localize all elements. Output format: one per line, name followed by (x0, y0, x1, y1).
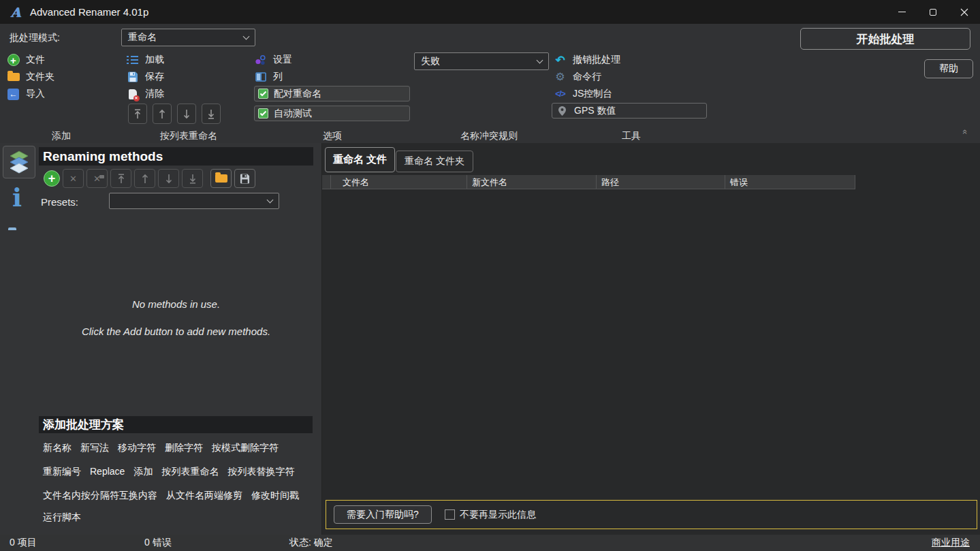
title-bar: A Advanced Renamer 4.01p (0, 0, 980, 24)
settings-button[interactable]: 设置 (254, 52, 292, 67)
method-link[interactable]: 新名称 (43, 442, 72, 454)
method-move-top-button[interactable] (110, 169, 131, 188)
move-bottom-button[interactable] (202, 104, 221, 124)
add-folder-button[interactable]: 文件夹 (7, 69, 54, 84)
file-table-body[interactable] (322, 189, 980, 496)
arrow-down-icon (165, 174, 173, 184)
add-method-button[interactable]: + (44, 170, 60, 187)
collision-rule-value: 失败 (421, 55, 440, 67)
move-up-button[interactable] (153, 104, 172, 124)
add-files-icon: + (7, 54, 20, 66)
tab-rename-folders[interactable]: 重命名 文件夹 (396, 151, 473, 172)
method-link[interactable]: 文件名内按分隔符互换内容 (43, 490, 157, 502)
presets-select[interactable] (109, 193, 279, 209)
group-label-collision: 名称冲突规则 (460, 130, 518, 142)
group-label-tools: 工具 (622, 130, 641, 142)
dont-show-again-option[interactable]: 不要再显示此信息 (445, 509, 536, 521)
save-list-button[interactable]: 保存 (126, 69, 164, 84)
gps-values-button[interactable]: GPS 数值 (552, 103, 707, 119)
method-link-row: 重新编号 Replace 添加 按列表重命名 按列表替换字符 (43, 466, 294, 478)
clear-list-button[interactable]: ✕ 清除 (126, 86, 164, 101)
method-link[interactable]: 按列表替换字符 (227, 466, 294, 478)
column-header-blank[interactable] (322, 175, 331, 189)
add-files-button[interactable]: + 文件 (7, 52, 54, 67)
load-list-label: 加载 (145, 54, 164, 66)
column-header-filename[interactable]: 文件名 (331, 175, 467, 189)
license-link[interactable]: 商业用途 (932, 537, 970, 549)
info-icon[interactable]: i (12, 185, 22, 210)
close-icon (960, 8, 968, 16)
status-bar: 0 项目 0 错误 状态: 确定 商业用途 (0, 535, 980, 551)
method-link-row: 运行脚本 (43, 511, 81, 524)
undo-batch-button[interactable]: ↶ 撤销批处理 (554, 52, 620, 67)
method-link[interactable]: 修改时间戳 (251, 490, 299, 502)
method-link[interactable]: 按模式删除字符 (212, 442, 279, 454)
checkbox-unchecked-icon[interactable] (445, 509, 455, 520)
undo-icon: ↶ (555, 54, 565, 66)
method-link[interactable]: 重新编号 (43, 466, 81, 478)
remove-method-button[interactable]: ✕ (63, 169, 84, 188)
method-link[interactable]: 新写法 (80, 442, 109, 454)
method-link[interactable]: 移动字符 (118, 442, 156, 454)
code-icon: </> (555, 89, 565, 99)
location-pin-icon (558, 106, 567, 116)
remove-all-methods-button[interactable]: ✕ (86, 169, 108, 188)
method-link[interactable]: Replace (90, 466, 125, 478)
clear-list-label: 清除 (145, 88, 164, 100)
checkbox-checked-icon (258, 108, 268, 119)
method-move-bottom-button[interactable] (182, 169, 203, 188)
collision-rule-select[interactable]: 失败 (414, 52, 549, 70)
minimize-button[interactable] (886, 0, 917, 24)
maximize-button[interactable] (917, 0, 949, 24)
method-link[interactable]: 添加 (133, 466, 153, 478)
methods-tab-button[interactable] (3, 146, 35, 178)
js-console-button[interactable]: </> JS控制台 (554, 86, 620, 101)
getting-started-button[interactable]: 需要入门帮助吗? (334, 505, 432, 524)
load-list-button[interactable]: 加载 (126, 52, 164, 67)
undo-batch-label: 撤销批处理 (573, 54, 620, 66)
app-window: A Advanced Renamer 4.01p 批处理模式: 重命名 开始批处… (0, 0, 980, 551)
collapse-toolbar-icon[interactable]: « (960, 129, 970, 134)
columns-button[interactable]: 列 (254, 69, 292, 84)
method-link[interactable]: 按列表重命名 (161, 466, 219, 478)
help-button[interactable]: 帮助 (924, 59, 973, 78)
status-state: 状态: 确定 (289, 537, 333, 549)
save-preset-button[interactable] (234, 169, 255, 188)
tab-rename-files[interactable]: 重命名 文件 (325, 147, 395, 172)
minimize-icon (898, 12, 906, 12)
save-list-label: 保存 (145, 71, 164, 83)
batch-mode-label: 批处理模式: (10, 32, 60, 44)
add-folder-label: 文件夹 (26, 71, 54, 83)
method-move-down-button[interactable] (158, 169, 179, 188)
pair-rename-toggle[interactable]: 配对重命名 (254, 86, 410, 101)
batch-mode-value: 重命名 (128, 31, 157, 44)
method-link[interactable]: 删除字符 (165, 442, 203, 454)
methods-panel: i Renaming methods + ✕ ✕ (0, 143, 322, 535)
tab-label: 重命名 文件夹 (405, 155, 464, 168)
auto-test-label: 自动测试 (274, 108, 312, 120)
toolbar-group-list: 加载 保存 ✕ 清除 (126, 52, 164, 101)
toolbar-group-add: + 文件 文件夹 ← 导入 (7, 52, 54, 101)
import-button[interactable]: ← 导入 (7, 86, 54, 101)
js-console-label: JS控制台 (573, 88, 612, 100)
method-link[interactable]: 运行脚本 (43, 511, 81, 524)
batch-mode-select[interactable]: 重命名 (121, 29, 255, 46)
auto-test-toggle[interactable]: 自动测试 (254, 106, 410, 121)
column-header-path[interactable]: 路径 (597, 175, 725, 189)
arrow-up-icon (158, 109, 166, 119)
move-top-button[interactable] (128, 104, 147, 124)
command-line-button[interactable]: ⚙ 命令行 (554, 69, 620, 84)
file-table-header: 文件名 新文件名 路径 错误 (322, 175, 855, 189)
reorder-buttons (128, 104, 221, 124)
column-header-new-filename[interactable]: 新文件名 (467, 175, 597, 189)
method-move-up-button[interactable] (134, 169, 155, 188)
close-button[interactable] (949, 0, 980, 24)
app-icon: A (9, 5, 22, 19)
folder-icon (215, 174, 227, 183)
column-header-error[interactable]: 错误 (725, 175, 855, 189)
status-errors-count: 0 错误 (144, 537, 172, 549)
move-down-button[interactable] (177, 104, 196, 124)
method-link[interactable]: 从文件名两端修剪 (166, 490, 242, 502)
start-batch-button[interactable]: 开始批处理 (800, 28, 970, 50)
open-preset-button[interactable] (210, 169, 232, 188)
